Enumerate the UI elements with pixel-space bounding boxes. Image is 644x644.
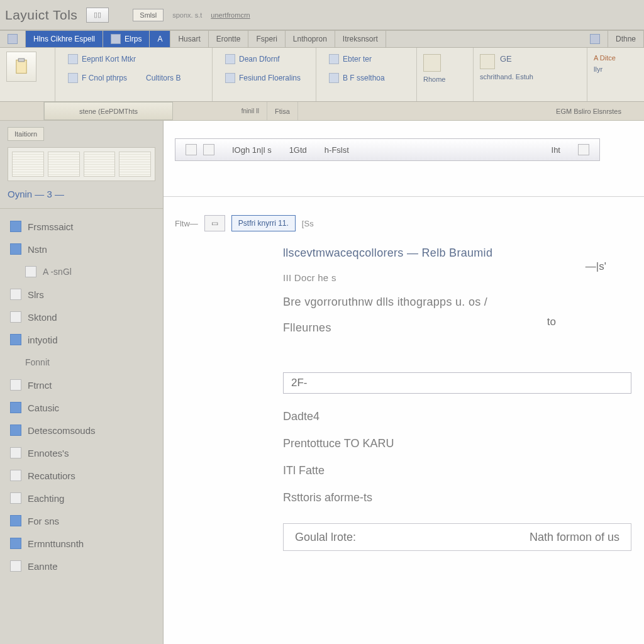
label: B F sselthoa [343, 74, 385, 82]
tab-review[interactable]: Itreksnsort [335, 31, 386, 47]
sidebar-item[interactable]: Frsmssaict [0, 215, 163, 238]
sidebar-item[interactable]: Ennotes's [0, 441, 163, 464]
rbtn-fesi[interactable]: Fesiund Floeralins [219, 70, 307, 86]
tab-insert[interactable]: Husart [170, 31, 208, 47]
ribbon-group-clipboard [0, 48, 55, 101]
folder-icon [10, 402, 21, 413]
thumb-icon[interactable] [119, 152, 151, 177]
label: Ennotes's [28, 448, 69, 458]
tab-format[interactable]: Erontte [209, 31, 249, 47]
tab-end[interactable]: Dthne [608, 31, 644, 47]
sidebar-item[interactable]: A -snGl [0, 260, 163, 283]
prop-a: IOgh 1n|l s [232, 145, 272, 155]
doc-icon [25, 266, 36, 277]
sidebar-item[interactable]: For sns [0, 509, 163, 532]
tab-layout[interactable]: Lnthopron [286, 31, 335, 47]
tab-home[interactable]: Hlns Cikhre Espell [26, 31, 103, 47]
folder-icon [10, 243, 21, 255]
subbar-title[interactable]: stene (EePDMThts [44, 102, 173, 120]
thumb-icon[interactable] [84, 152, 116, 177]
mid-tab-selected[interactable]: Pstfri knyrri 11. [231, 215, 296, 231]
sidebar-thumbnails[interactable] [8, 147, 155, 181]
sidebar-item[interactable]: Fonnit [0, 351, 163, 374]
gear-icon [590, 34, 600, 44]
plus-icon[interactable] [578, 144, 589, 155]
person-icon [10, 515, 21, 526]
sidebar-chip[interactable]: Itaitiorn [8, 127, 44, 141]
tab-home-3[interactable]: A [150, 31, 170, 47]
subbar-left[interactable] [0, 102, 44, 120]
rbtn-cnol[interactable]: F Cnol pthrps [62, 70, 133, 86]
tab-home-2[interactable]: Elrps [103, 31, 150, 47]
sidebar-list: Frsmssaict Nstn A -snGl Slrs Sktond inty… [0, 209, 163, 644]
rbtn-dean[interactable]: Dean Dfornf [219, 52, 286, 67]
label: Fesiund Floeralins [239, 74, 301, 82]
box-icon[interactable] [186, 144, 197, 155]
sidebar-item[interactable]: Nstn [0, 238, 163, 260]
sidebar-item[interactable]: Eachting [0, 487, 163, 509]
subbar-mid[interactable]: Ftisa [267, 102, 298, 120]
paste-button[interactable] [6, 52, 36, 82]
tab-file[interactable] [0, 31, 26, 47]
label: Slrs [28, 289, 44, 300]
sidebar-item[interactable]: Eannte [0, 555, 163, 577]
table-icon [329, 54, 339, 64]
sidebar-item[interactable]: Sktond [0, 306, 163, 328]
sidebar-item[interactable]: Slrs [0, 283, 163, 306]
doc-icon [10, 560, 21, 572]
prop-b: 1Gtd [289, 145, 307, 155]
label: Catusic [28, 402, 59, 413]
sidebar-item[interactable]: Ftrnct [0, 374, 163, 396]
thumb-icon[interactable] [48, 152, 80, 177]
pic-icon[interactable] [384, 52, 399, 67]
doc-icon [10, 379, 21, 391]
ribbon: Eepntl Kort Mtkr F Cnol pthrps Cultitors… [0, 48, 644, 102]
tool-icon[interactable] [480, 54, 495, 69]
property-bar[interactable]: IOgh 1n|l s 1Gtd h-Fslst Iht [175, 138, 600, 161]
doc-icon [68, 73, 78, 83]
tab-row: Hlns Cikhre Espell Elrps A Husart Erontt… [0, 30, 644, 48]
label: Recatutiors [28, 470, 75, 481]
footer-left: Goulal lrote: [295, 531, 356, 544]
app-title: Layuict Tols [5, 8, 77, 23]
tab-fsperi[interactable]: Fsperi [248, 31, 285, 47]
label: Dean Dfornf [239, 55, 280, 64]
mid-tab-row: Fltw— ▭ Pstfri knyrri 11. [Ss [175, 215, 314, 231]
label[interactable]: A Ditce [594, 54, 616, 62]
context-link[interactable]: unertfromcrn [211, 11, 250, 19]
label[interactable]: llyr [594, 65, 616, 73]
label: Eepntl Kort Mtkr [82, 55, 136, 64]
sidebar-item[interactable]: Catusic [0, 396, 163, 419]
footer-input[interactable]: Goulal lrote: Nath formon of us [283, 523, 631, 551]
pager-icon[interactable]: ▯▯ [86, 8, 109, 23]
rbtn-kort[interactable]: Eepntl Kort Mtkr [62, 52, 142, 67]
sidebar-item[interactable]: Ermnttunsnth [0, 532, 163, 555]
prop-c: h-Fslst [325, 145, 349, 155]
sidebar-item[interactable]: intyotid [0, 328, 163, 351]
label: A -snGl [43, 267, 72, 277]
footer-right: Nath formon of us [530, 531, 619, 544]
sidebar-item[interactable]: Detescomsouds [0, 419, 163, 441]
box-icon[interactable] [203, 144, 214, 155]
mid-tab[interactable]: ▭ [204, 215, 225, 231]
value-input[interactable]: 2F- [283, 372, 631, 394]
label: Detescomsouds [28, 425, 96, 436]
rbtn-ssel[interactable]: B F sselthoa [323, 70, 391, 86]
subbar-small: fninil Il [173, 102, 267, 120]
sidebar-item[interactable]: Recatutiors [0, 464, 163, 487]
tab-spacer [386, 31, 582, 47]
tab-help-icon[interactable] [582, 31, 608, 47]
label: GE [500, 54, 512, 69]
context-chip[interactable]: Smlsl [133, 9, 164, 21]
divider [164, 196, 644, 197]
subbar-detail[interactable]: EGM Bsliro Elsnrstes [548, 102, 644, 120]
grid-icon [10, 425, 21, 436]
rbtn-cult[interactable]: Cultitors B [140, 70, 187, 86]
person-icon [10, 538, 21, 549]
ribbon-group-3: Ebter ter B F sselthoa [316, 48, 417, 101]
label: Fonnit [25, 357, 50, 367]
pre-label: Fltw— [175, 219, 198, 228]
home-icon[interactable] [423, 54, 441, 72]
rbtn-ebt[interactable]: Ebter ter [323, 52, 378, 67]
thumb-icon[interactable] [12, 152, 44, 177]
